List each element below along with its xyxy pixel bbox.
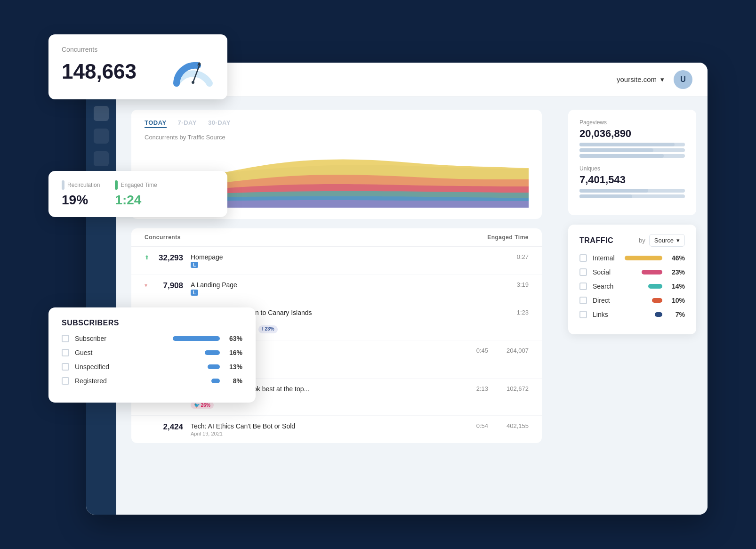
concurrents-value-row: 148,663 [62,55,214,88]
chevron-down-icon: ▾ [676,237,680,244]
metrics-card: Pageviews 20,036,890 Uniques 7,401,543 [568,110,696,215]
traffic-bar-social [642,270,662,274]
traffic-row-internal: Internal 46% [579,254,685,262]
col-concurrents: Concurrents [145,234,181,241]
subscriber-checkbox[interactable] [62,335,69,342]
recirculation-value: 19% [62,193,100,208]
subscribers-title: SUBSCRIBERS [62,319,242,327]
article-title: A Landing Page [191,281,502,289]
pageviews-bars [579,143,685,158]
article-meta: L [191,262,502,267]
trend-up-icon: ⬆ [145,254,151,261]
avatar: U [674,70,692,89]
sidebar [86,97,116,515]
recirculation-card: Recirculation 19% Engaged Time 1:24 [48,171,227,217]
traffic-row-social: Social 23% [579,268,685,276]
unspecified-checkbox[interactable] [62,363,69,371]
traffic-card: TRAFFIC by Source ▾ Internal [568,225,696,334]
guest-row: Guest 16% [62,349,242,356]
concurrents-label: Concurrents [62,46,214,53]
guest-pct: 16% [225,349,242,356]
row-content: Homepage L [191,253,502,267]
table-header: Concurrents Engaged Time [131,228,542,247]
site-selector[interactable]: yoursite.com ▾ [617,75,664,84]
article-meta: April 19, 2021 [191,431,462,436]
traffic-row-direct: Direct 10% [579,297,685,304]
article-title: Tech: AI Ethics Can't Be Bot or Sold [191,422,462,430]
metric-bar-4 [579,189,685,193]
traffic-pct-internal: 46% [668,254,685,262]
source-name-direct: Direct [593,297,646,304]
unspecified-pct: 13% [225,363,242,371]
metric-bar-5 [579,194,685,198]
guest-checkbox[interactable] [62,349,69,356]
row-count: 32,293 [159,253,183,263]
traffic-by-label: by [639,237,645,244]
traffic-row-links: Links 7% [579,311,685,318]
subscriber-name: Subscriber [75,335,167,342]
subscriber-bar [173,336,220,341]
traffic-checkbox-links[interactable] [579,311,587,318]
traffic-pct-social: 23% [668,268,685,276]
pageviews-count: 102,672 [496,385,529,392]
row-count: 2,424 [159,422,183,432]
engaged-time-value: 1:24 [115,193,157,208]
trend-down-icon: ▾ [145,282,151,289]
unspecified-bar [208,364,220,369]
registered-bar [211,379,220,383]
traffic-checkbox-internal[interactable] [579,254,587,262]
right-panel: Pageviews 20,036,890 Uniques 7,401,543 [557,97,708,515]
traffic-bar-direct [652,298,662,303]
table-row[interactable]: · 2,424 Tech: AI Ethics Can't Be Bot or … [131,416,542,443]
engaged-time-label: Engaged Time [115,180,157,190]
source-name-links: Links [593,311,649,318]
svg-point-1 [192,81,194,84]
engaged-time: 0:45 [469,347,488,354]
source-name-internal: Internal [593,254,619,262]
subscriber-row: Subscriber 63% [62,335,242,342]
subscribers-card: SUBSCRIBERS Subscriber 63% Guest 16% Uns… [48,307,256,403]
traffic-checkbox-social[interactable] [579,268,587,276]
metric-bar-2 [579,148,685,152]
uniques-label: Uniques [579,165,685,172]
unspecified-name: Unspecified [75,363,202,371]
guest-name: Guest [75,349,199,356]
tab-today[interactable]: TODAY [145,119,167,128]
engaged-time: 0:54 [469,422,488,429]
article-meta: L [191,290,502,295]
uniques-metric: Uniques 7,401,543 [579,165,685,198]
traffic-checkbox-search[interactable] [579,283,587,290]
traffic-title: TRAFFIC [579,236,613,245]
pageviews-count: 204,007 [496,347,529,354]
registered-checkbox[interactable] [62,377,69,385]
engaged-time: 2:13 [469,385,488,392]
traffic-source-dropdown[interactable]: Source ▾ [649,234,685,247]
traffic-checkbox-direct[interactable] [579,297,587,304]
recirculation-label: Recirculation [62,180,100,190]
concurrents-card: Concurrents 148,663 [48,34,227,99]
row-count: 7,908 [159,281,183,291]
row-content: Tech: AI Ethics Can't Be Bot or Sold Apr… [191,422,462,436]
engaged-time: 0:27 [510,253,529,260]
table-row[interactable]: ▾ 7,908 A Landing Page L 3:19 [131,274,542,302]
registered-pct: 8% [225,377,242,385]
row-content: A Landing Page L [191,281,502,295]
content-area: TODAY 7-DAY 30-DAY Concurrents by Traffi… [116,97,557,515]
gauge-chart [172,55,214,88]
traffic-bar-search [648,284,662,289]
chevron-down-icon: ▾ [660,75,664,84]
source-name-search: Search [593,283,643,290]
registered-row: Registered 8% [62,377,242,385]
article-title: Homepage [191,253,502,261]
metric-bar-1 [579,143,685,146]
table-row[interactable]: ⬆ 32,293 Homepage L 0:27 [131,247,542,274]
traffic-bar-links [655,312,662,317]
traffic-row-search: Search 14% [579,283,685,290]
tab-30day[interactable]: 30-DAY [208,119,231,128]
metric-bar-3 [579,154,685,158]
tab-7day[interactable]: 7-DAY [178,119,197,128]
traffic-bar-internal [625,256,662,260]
uniques-bars [579,189,685,198]
article-badges: 🐦 26% [191,402,462,409]
fb-badge: f 23% [258,325,277,333]
